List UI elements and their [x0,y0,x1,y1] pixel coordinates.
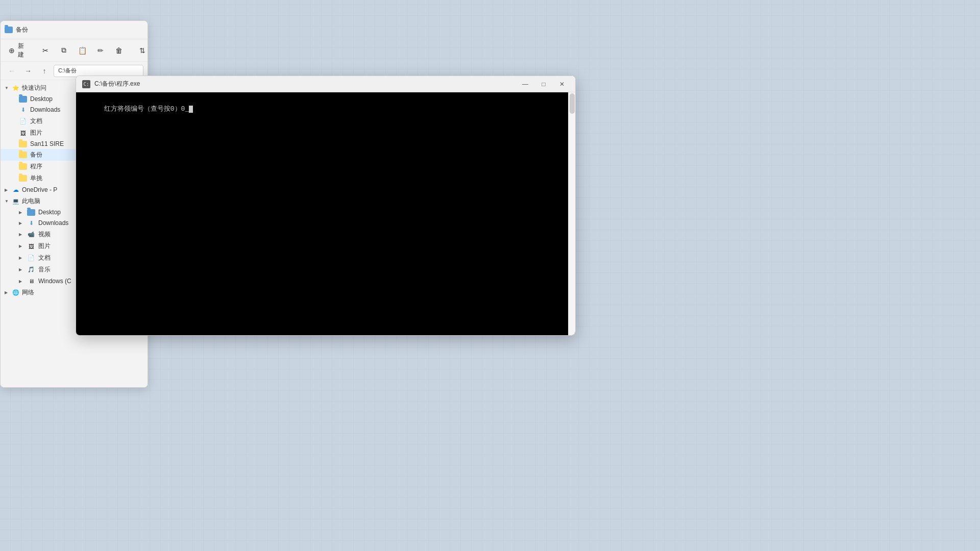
chess-label: 单挑 [30,174,42,183]
downloads2-label: Downloads [38,219,68,227]
delete-button[interactable]: 🗑 [111,44,127,57]
up-button[interactable]: ↑ [37,64,52,78]
windows-chevron [19,279,24,284]
cmd-title-area: C: C:\备份\程序.exe [82,80,140,88]
windows-label: Windows (C [38,278,71,285]
pictures2-icon [27,242,35,251]
new-icon: ⊕ [9,46,15,55]
windows-icon [27,277,35,285]
onedrive-chevron [5,188,10,192]
documents2-label: 文档 [38,254,51,262]
cmd-body[interactable]: 红方将领编号（查号按0）0_ [76,92,575,335]
cmd-title-text: C:\备份\程序.exe [94,80,140,88]
pictures2-label: 图片 [38,242,51,251]
explorer-titlebar: 备份 [1,21,148,39]
onedrive-icon [12,186,20,194]
desktop-label: Desktop [30,95,53,103]
address-bar[interactable] [54,65,143,77]
backup-label: 备份 [30,151,42,159]
this-pc-label: 此电脑 [22,197,40,206]
delete-icon: 🗑 [115,46,123,55]
cursor [189,106,193,113]
pictures2-chevron [19,244,24,248]
music-icon [27,266,35,274]
cmd-titlebar: C: C:\备份\程序.exe — □ ✕ [76,76,575,92]
back-button[interactable]: ← [5,64,19,78]
explorer-title: 备份 [5,26,28,34]
this-pc-icon [12,197,20,206]
programs-folder-icon [19,163,27,170]
network-label: 网络 [22,288,34,297]
documents-label: 文档 [30,117,42,126]
videos-icon [27,231,35,239]
close-button[interactable]: ✕ [555,79,569,90]
rename-icon: ✏ [96,46,105,55]
backup-folder-icon [19,152,27,158]
new-button[interactable]: ⊕ 新建 [5,40,29,61]
documents2-chevron [19,256,24,260]
downloads-icon [19,106,27,114]
cmd-content-text: 红方将领编号（查号按0）0_ [104,105,189,113]
copy-button[interactable]: ⧉ [56,44,72,57]
scrollbar-track[interactable] [568,92,575,335]
videos-chevron [19,232,24,237]
chess-folder-icon [19,175,27,182]
downloads2-chevron [19,221,24,226]
desktop2-folder-icon [27,209,35,216]
downloads2-icon [27,219,35,227]
cmd-icon: C: [82,80,90,88]
paste-button[interactable]: 📋 [74,44,90,57]
downloads-label: Downloads [30,106,60,113]
explorer-toolbar: ⊕ 新建 ✂ ⧉ 📋 ✏ 🗑 ⇅ 排序 ☰ 查看 ... [1,39,148,62]
rename-button[interactable]: ✏ [92,44,109,57]
new-label: 新建 [17,42,25,59]
desktop-folder-icon [19,96,27,103]
music-label: 音乐 [38,265,51,274]
documents2-icon [27,254,35,262]
san11-folder-icon [19,141,27,147]
paste-icon: 📋 [78,46,86,55]
cmd-window: C: C:\备份\程序.exe — □ ✕ 红方将领编号（查号按0）0_ [76,76,576,336]
minimize-button[interactable]: — [518,79,532,90]
music-chevron [19,267,24,272]
programs-label: 程序 [30,162,42,171]
scrollbar-thumb[interactable] [570,93,575,114]
sort-button[interactable]: ⇅ 排序 [135,40,148,61]
desktop2-chevron [19,210,24,215]
pictures-icon [19,129,27,137]
forward-button[interactable]: → [21,64,35,78]
this-pc-chevron [5,199,10,204]
network-icon [12,289,20,297]
network-chevron [5,290,10,295]
copy-icon: ⧉ [60,46,68,55]
maximize-button[interactable]: □ [536,79,551,90]
pictures-label: 图片 [30,129,42,137]
folder-icon [5,27,13,33]
cut-icon: ✂ [41,46,50,55]
desktop2-label: Desktop [38,209,61,216]
explorer-title-text: 备份 [16,26,28,34]
quick-access-label: 快速访问 [22,84,46,92]
window-controls: — □ ✕ [518,79,569,90]
documents-icon [19,117,27,126]
onedrive-label: OneDrive - P [22,186,57,193]
quick-access-chevron [5,86,10,90]
star-icon [12,84,20,92]
sort-icon: ⇅ [139,46,145,55]
san11-label: San11 SIRE [30,140,64,147]
videos-label: 视频 [38,230,51,239]
cmd-output-line: 红方将领编号（查号按0）0_ [80,95,571,123]
sort-label: 排序 [148,42,148,59]
cut-button[interactable]: ✂ [37,44,54,57]
